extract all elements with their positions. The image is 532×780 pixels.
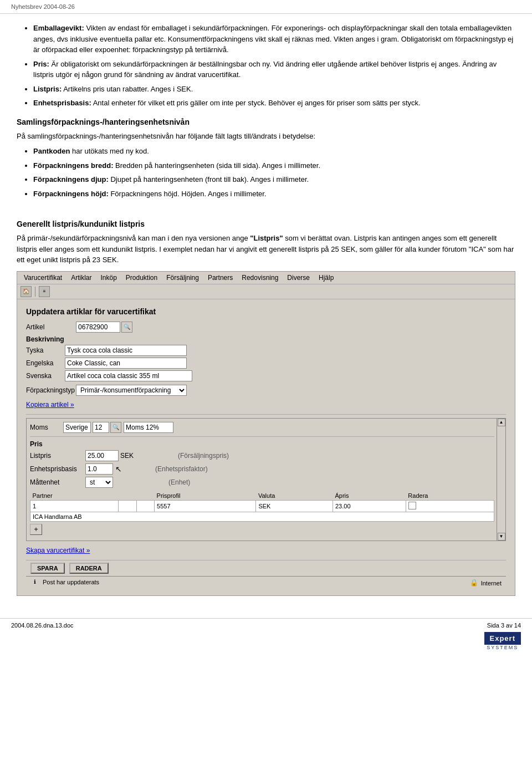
menu-inkop[interactable]: Inköp (96, 273, 121, 283)
listpris-text: Artikelns pris utan rabatter. Anges i SE… (62, 85, 193, 93)
listpris-label-bullet: Listpris: (33, 85, 62, 93)
djup-text: Djupet på hanteringsenheten (front till … (109, 175, 309, 183)
partner-table-container: Partner Prisprofil Valuta Ápris Radera (30, 491, 494, 535)
moms-search-btn[interactable]: 🔍 (110, 422, 121, 433)
forpackningstyp-select[interactable]: Primär-/konsumentförpackning (76, 385, 187, 396)
row1-radera (406, 500, 494, 512)
moms-country-input[interactable] (63, 422, 91, 433)
bullet-item-pris: Pris: Är obligatoriskt om sekundärförpac… (33, 59, 515, 80)
content-area: Emballagevikt: Vikten av endast för emba… (0, 14, 532, 613)
bullet-list-2: Pantkoden har utökats med ny kod. Förpac… (33, 146, 515, 199)
row2-ica: ICA Handlarna AB (30, 512, 494, 521)
lang-engelska: Engelska (26, 359, 65, 367)
djup-label: Förpackningens djup: (33, 175, 109, 183)
spara-button[interactable]: SPARA (30, 563, 65, 574)
lock-icon: 🔒 (470, 579, 478, 587)
row1-empty2 (136, 500, 154, 512)
tyska-input[interactable] (65, 345, 187, 356)
pris-text: Är obligatoriskt om sekundärförpackninge… (33, 60, 497, 79)
app-body: Uppdatera artiklar för varucertifikat Ar… (17, 299, 515, 595)
partner-table: Partner Prisprofil Valuta Ápris Radera (30, 491, 494, 522)
menu-produktion[interactable]: Produktion (121, 273, 162, 283)
radera-button[interactable]: RADERA (69, 563, 109, 574)
menu-partners[interactable]: Partners (203, 273, 237, 283)
menu-diverse[interactable]: Diverse (283, 273, 314, 283)
mattenhet-select[interactable]: st (85, 477, 113, 488)
bullet-item-enhetsprisbasis: Enhetsprisbasis: Antal enheter för vilke… (33, 98, 515, 109)
bullet-bredd: Förpackningens bredd: Bredden på hanteri… (33, 160, 515, 171)
enhetsprisbasis-input[interactable] (85, 463, 113, 475)
listpris-currency: SEK (120, 452, 134, 460)
page-footer: 2004.08.26.dna.13.doc Sida 3 av 14 (0, 618, 532, 632)
toolbar-icon-1[interactable]: ≡ (39, 286, 50, 297)
skapa-link[interactable]: Skapa varucertifikat » (26, 547, 90, 554)
moms-desc-input[interactable] (124, 422, 173, 433)
lang-svenska: Svenska (26, 372, 65, 380)
enhetsprisbasis-label-bullet: Enhetsprisbasis: (33, 99, 91, 107)
mattenhet-right: (Enhet) (168, 478, 190, 486)
forpackningstyp-label: Förpackningstyp (26, 386, 76, 394)
moms-row: Moms 🔍 (30, 422, 494, 433)
partner-th-prisprofil: Prisprofil (155, 491, 256, 501)
scrollbar-right[interactable]: ▲ ▼ (497, 419, 505, 541)
listpris-input[interactable] (85, 450, 119, 461)
desc-row-tyska: Tyska (26, 345, 506, 356)
home-icon[interactable]: 🏠 (21, 286, 32, 297)
logo-area: Expert SYSTEMS (0, 632, 532, 656)
artikel-label: Artikel (26, 323, 76, 331)
row1-empty1 (119, 500, 136, 512)
status-icon: ℹ (30, 578, 39, 587)
enhetsprisbasis-row: Enhetsprisbasis ↖ (Enhetsprisfaktor) (30, 463, 494, 475)
partner-th-apris: Ápris (332, 491, 406, 501)
artikel-search-btn[interactable]: 🔍 (121, 322, 132, 333)
artikel-input[interactable] (76, 322, 120, 333)
kopiera-link[interactable]: Kopiera artikel » (26, 401, 74, 409)
page-header-text: Nyhetsbrev 2004-08-26 (11, 3, 75, 10)
engelska-input[interactable] (65, 358, 187, 369)
scroll-up-arrow[interactable]: ▲ (498, 419, 505, 426)
add-partner-btn[interactable]: + (30, 524, 42, 535)
bullet-list-1: Emballagevikt: Vikten av endast för emba… (33, 23, 515, 109)
partner-th-valuta: Valuta (256, 491, 333, 501)
partner-th-empty1 (119, 491, 136, 501)
generellt-para: På primär-/sekundärförpackningsnivå kan … (17, 233, 515, 266)
row1-valuta: SEK (256, 500, 333, 512)
partner-th-empty2 (136, 491, 154, 501)
listpris-row: Listpris SEK (Försäljningspris) (30, 450, 494, 461)
menu-redovisning[interactable]: Redovisning (237, 273, 283, 283)
kopiera-row: Kopiera artikel » (26, 399, 506, 411)
listpris-right: (Försäljningspris) (178, 452, 229, 460)
mattenhet-row: Måttenhet st (Enhet) (30, 477, 494, 488)
status-text: Post har uppdaterats (43, 579, 99, 585)
internet-label: Internet (481, 580, 502, 587)
generellt-bold: "Listpris" (250, 234, 283, 242)
menu-artiklar[interactable]: Artiklar (66, 273, 96, 283)
radera-checkbox[interactable] (408, 502, 416, 509)
menu-hjalp[interactable]: Hjälp (314, 273, 338, 283)
enhetsprisbasis-text: Antal enheter för vilket ett pris gäller… (91, 99, 421, 107)
beskrivning-section: Beskrivning Tyska Engelska Svenska (26, 335, 506, 381)
pantkoden-text: har utökats med ny kod. (70, 147, 149, 155)
bullet-item-listpris: Listpris: Artikelns pris utan rabatter. … (33, 84, 515, 95)
menu-forsaljning[interactable]: Försäljning (162, 273, 203, 283)
app-toolbar: 🏠 ≡ (17, 284, 515, 299)
svenska-input[interactable] (65, 370, 192, 381)
scroll-down-arrow[interactable]: ▼ (498, 533, 505, 541)
pris-header: Pris (30, 440, 43, 448)
app-window: Varucertifikat Artiklar Inköp Produktion… (17, 271, 515, 596)
partner-th-radera: Radera (406, 491, 494, 501)
bullet-djup: Förpackningens djup: Djupet på hantering… (33, 174, 515, 185)
status-bar: ℹ Post har uppdaterats 🔒 Internet (26, 576, 506, 588)
section-intro: På samlingsförpacknings-/hanteringsenhet… (17, 131, 515, 142)
form-title: Uppdatera artiklar för varucertifikat (26, 307, 506, 316)
logo-container: Expert SYSTEMS (484, 632, 521, 650)
bredd-text: Bredden på hanteringsenheten (sida till … (113, 161, 320, 170)
bredd-label: Förpackningens bredd: (33, 161, 113, 170)
cursor-icon: ↖ (115, 465, 122, 473)
moms-number-input[interactable] (93, 422, 109, 433)
menu-varucertifikat[interactable]: Varucertifikat (19, 273, 66, 283)
bullet-pantkoden: Pantkoden har utökats med ny kod. (33, 146, 515, 157)
desc-row-svenska: Svenska (26, 370, 506, 381)
table-row-2: ICA Handlarna AB (30, 512, 494, 521)
hojd-label: Förpackningens höjd: (33, 190, 109, 198)
